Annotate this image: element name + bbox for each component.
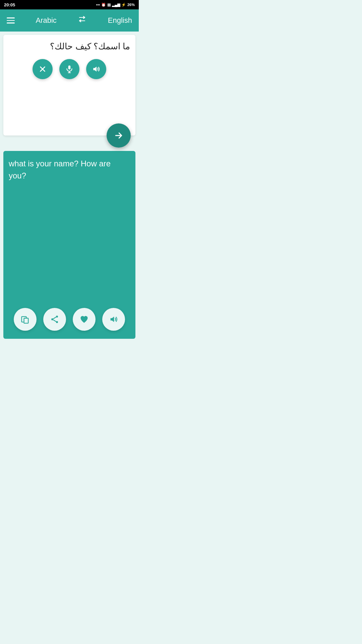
battery-level: 26% — [127, 3, 135, 7]
share-button[interactable] — [43, 308, 66, 331]
translate-button[interactable] — [107, 123, 131, 148]
output-actions — [3, 308, 135, 331]
translated-text: what is your name? How are you? — [9, 158, 130, 182]
favorite-button[interactable] — [73, 308, 96, 331]
signal-icon: ▂▄▆ — [112, 3, 120, 7]
alarm-icon: ⏰ — [101, 3, 106, 7]
svg-rect-0 — [68, 66, 71, 70]
status-bar: 20:05 ••• ⏰ ▤ ▂▄▆ ⚡ 26% — [0, 0, 139, 9]
input-section: ما اسمك؟ كيف حالك؟ — [3, 35, 135, 136]
top-nav: Arabic English — [0, 9, 139, 32]
sim-icon: ▤ — [107, 3, 111, 7]
source-speaker-button[interactable] — [86, 59, 106, 79]
menu-button[interactable] — [7, 17, 15, 23]
svg-marker-10 — [111, 317, 114, 322]
input-actions — [9, 59, 130, 83]
swap-language-button[interactable] — [77, 15, 87, 26]
copy-button[interactable] — [14, 308, 37, 331]
output-section: what is your name? How are you? — [3, 151, 135, 339]
svg-point-6 — [51, 318, 53, 320]
output-speaker-button[interactable] — [102, 308, 125, 331]
target-language-label[interactable]: English — [108, 16, 132, 25]
microphone-button[interactable] — [59, 59, 79, 79]
status-time: 20:05 — [4, 2, 15, 7]
svg-rect-4 — [24, 318, 28, 323]
source-language-label[interactable]: Arabic — [36, 16, 56, 25]
svg-line-9 — [53, 320, 56, 321]
charging-icon: ⚡ — [121, 3, 126, 7]
svg-marker-3 — [93, 67, 97, 72]
three-dots-icon: ••• — [96, 3, 100, 7]
clear-button[interactable] — [33, 59, 53, 79]
svg-point-5 — [56, 316, 58, 318]
source-text[interactable]: ما اسمك؟ كيف حالك؟ — [9, 40, 130, 52]
svg-line-8 — [53, 317, 56, 319]
status-icons: ••• ⏰ ▤ ▂▄▆ ⚡ 26% — [96, 3, 135, 7]
svg-point-7 — [56, 321, 58, 323]
